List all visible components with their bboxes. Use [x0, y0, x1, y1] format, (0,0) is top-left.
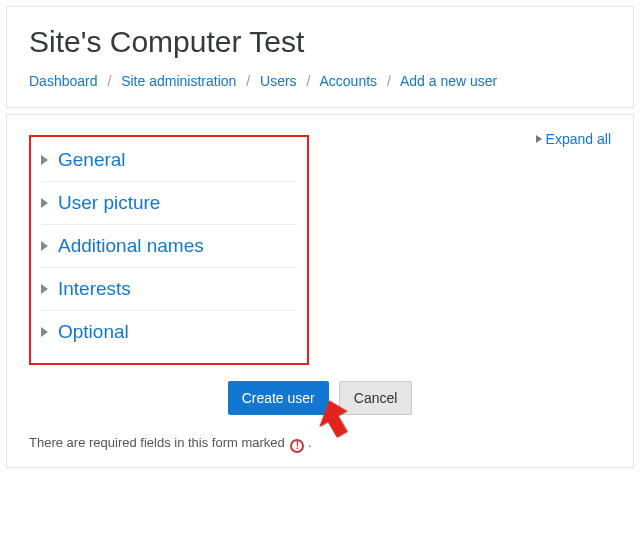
section-user-picture[interactable]: User picture	[41, 182, 297, 225]
breadcrumb: Dashboard / Site administration / Users …	[29, 73, 611, 89]
section-highlight-box: General User picture Additional names In…	[29, 135, 309, 365]
section-label: Interests	[58, 278, 131, 300]
required-fields-note: There are required fields in this form m…	[29, 435, 611, 453]
breadcrumb-separator: /	[107, 73, 111, 89]
chevron-right-icon	[41, 241, 48, 251]
form-actions: Create user Cancel	[29, 381, 611, 415]
page-header: Site's Computer Test Dashboard / Site ad…	[6, 6, 634, 108]
breadcrumb-separator: /	[387, 73, 391, 89]
required-note-text: There are required fields in this form m…	[29, 435, 285, 450]
section-additional-names[interactable]: Additional names	[41, 225, 297, 268]
section-interests[interactable]: Interests	[41, 268, 297, 311]
section-label: Additional names	[58, 235, 204, 257]
section-label: General	[58, 149, 126, 171]
form-panel: Expand all General User picture Addition…	[6, 114, 634, 468]
page-title: Site's Computer Test	[29, 25, 611, 59]
create-user-button[interactable]: Create user	[228, 381, 329, 415]
chevron-right-icon	[41, 284, 48, 294]
breadcrumb-item-accounts[interactable]: Accounts	[319, 73, 377, 89]
expand-all-label: Expand all	[546, 131, 611, 147]
cancel-button[interactable]: Cancel	[339, 381, 413, 415]
breadcrumb-item-users[interactable]: Users	[260, 73, 297, 89]
breadcrumb-item-dashboard[interactable]: Dashboard	[29, 73, 98, 89]
required-icon: !	[290, 439, 304, 453]
chevron-right-icon	[41, 198, 48, 208]
section-optional[interactable]: Optional	[41, 311, 297, 353]
breadcrumb-separator: /	[246, 73, 250, 89]
chevron-right-icon	[536, 135, 542, 143]
expand-all-link[interactable]: Expand all	[536, 131, 611, 147]
chevron-right-icon	[41, 155, 48, 165]
breadcrumb-item-site-administration[interactable]: Site administration	[121, 73, 236, 89]
section-label: User picture	[58, 192, 160, 214]
section-label: Optional	[58, 321, 129, 343]
breadcrumb-item-add-new-user[interactable]: Add a new user	[400, 73, 497, 89]
chevron-right-icon	[41, 327, 48, 337]
section-general[interactable]: General	[41, 143, 297, 182]
breadcrumb-separator: /	[306, 73, 310, 89]
